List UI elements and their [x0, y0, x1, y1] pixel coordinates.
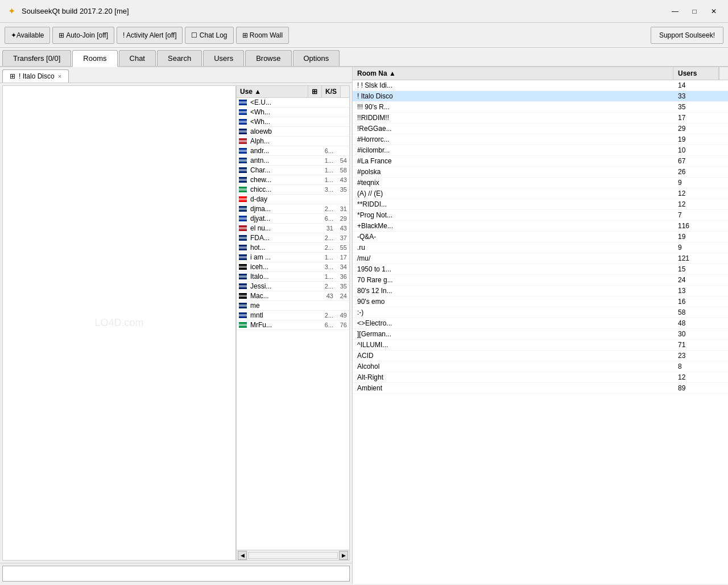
user-row[interactable]: Char...1...58 — [237, 166, 349, 175]
room-row[interactable]: ][German...30 — [353, 329, 728, 340]
room-row[interactable]: /mu/121 — [353, 253, 728, 264]
tab-search[interactable]: Search — [157, 50, 202, 66]
room-row[interactable]: #Horrorc...19 — [353, 134, 728, 145]
chat-input[interactable] — [2, 566, 350, 582]
room-row[interactable]: <>Electro...48 — [353, 318, 728, 329]
user-flag — [239, 138, 248, 145]
user-row[interactable]: i am ...1...17 — [237, 253, 349, 262]
user-row[interactable]: aloewb — [237, 127, 349, 137]
room-row[interactable]: Alcohol8 — [353, 361, 728, 372]
user-row[interactable]: <Wh... — [237, 117, 349, 127]
room-tab-close-button[interactable]: × — [58, 73, 61, 80]
users-col-speed[interactable]: K/S — [322, 86, 340, 97]
minimize-button[interactable]: — — [667, 5, 684, 18]
users-h-scroll-track[interactable] — [248, 552, 338, 559]
rooms-list[interactable]: ! ! Slsk Idi...14! Italo Disco33!!! 90's… — [353, 80, 728, 584]
user-row[interactable]: <Wh... — [237, 108, 349, 117]
room-row[interactable]: #icilombr...10 — [353, 145, 728, 156]
room-row[interactable]: #teqnix9 — [353, 178, 728, 188]
user-row[interactable]: chew...1...43 — [237, 175, 349, 185]
maximize-button[interactable]: □ — [686, 5, 703, 18]
support-button[interactable]: Support Soulseek! — [651, 27, 723, 44]
room-row[interactable]: 90's emo16 — [353, 296, 728, 307]
room-name: /mu/ — [357, 254, 678, 262]
user-name: Mac... — [250, 292, 320, 300]
users-h-scrollbar[interactable]: ◀ ▶ — [237, 550, 349, 560]
room-row[interactable]: -Q&A-19 — [353, 232, 728, 242]
room-wall-button[interactable]: ⊞ Room Wall — [236, 27, 289, 44]
rooms-col-users[interactable]: Users — [673, 67, 719, 80]
user-row[interactable]: antn...1...54 — [237, 156, 349, 166]
room-row[interactable]: .ru9 — [353, 242, 728, 253]
auto-join-button[interactable]: ⊞ Auto-Join [off] — [52, 27, 114, 44]
user-flag — [239, 167, 248, 174]
users-h-scroll-left[interactable]: ◀ — [238, 551, 247, 560]
room-row[interactable]: ACID23 — [353, 351, 728, 361]
room-row[interactable]: Alt-Right12 — [353, 372, 728, 383]
room-row[interactable]: !!RIDDIM!!17 — [353, 113, 728, 123]
room-row[interactable]: +BlackMe...116 — [353, 221, 728, 232]
room-row[interactable]: #La France67 — [353, 156, 728, 167]
tab-browse[interactable]: Browse — [245, 50, 291, 66]
room-row[interactable]: 80's 12 In...13 — [353, 286, 728, 296]
tab-rooms[interactable]: Rooms — [72, 50, 117, 67]
room-users-count: 23 — [678, 352, 723, 360]
users-col-name[interactable]: Use ▲ — [237, 86, 308, 97]
room-row[interactable]: ^ILLUMI...71 — [353, 340, 728, 351]
user-row[interactable]: FDA...2...37 — [237, 233, 349, 243]
user-row[interactable]: Alph... — [237, 137, 349, 146]
user-row[interactable]: Mac...4324 — [237, 291, 349, 301]
chat-users-list[interactable]: <E.U...<Wh...<Wh...aloewbAlph...andr...6… — [237, 98, 349, 550]
user-row[interactable]: d-day — [237, 195, 349, 204]
user-flag — [239, 177, 248, 183]
room-row[interactable]: #polska26 — [353, 167, 728, 178]
rooms-col-name[interactable]: Room Na ▲ — [353, 67, 673, 80]
room-row[interactable]: **RIDDI...12 — [353, 199, 728, 210]
user-row[interactable]: iceh...3...34 — [237, 262, 349, 272]
user-row[interactable]: hot...2...55 — [237, 243, 349, 253]
user-row[interactable]: <E.U... — [237, 98, 349, 108]
room-row[interactable]: Ambient89 — [353, 383, 728, 394]
room-tab-italo-disco[interactable]: ⊞ ! Italo Disco × — [2, 69, 69, 83]
user-row[interactable]: me — [237, 301, 349, 311]
room-row[interactable]: 1950 to 1...15 — [353, 264, 728, 275]
available-button[interactable]: ✦Available — [5, 27, 50, 44]
user-row[interactable]: mntl2...49 — [237, 311, 349, 320]
tab-options[interactable]: Options — [293, 50, 340, 66]
room-row[interactable]: :-)58 — [353, 307, 728, 318]
user-row[interactable]: Jessi...2...35 — [237, 282, 349, 291]
room-row[interactable]: *Prog Not...7 — [353, 210, 728, 221]
user-row[interactable]: Italo...1...36 — [237, 272, 349, 282]
room-row[interactable]: 70 Rare g...24 — [353, 275, 728, 286]
users-col-files[interactable]: ⊞ — [308, 86, 322, 97]
tab-transfers[interactable]: Transfers [0/0] — [2, 50, 71, 66]
room-name: *Prog Not... — [357, 211, 678, 219]
user-files: 1... — [320, 254, 333, 261]
svg-rect-7 — [239, 130, 247, 133]
room-row[interactable]: ! Italo Disco33 — [353, 91, 728, 102]
rooms-panel: Room Na ▲ Users ! ! Slsk Idi...14! Italo… — [353, 67, 728, 584]
tab-chat[interactable]: Chat — [119, 50, 156, 66]
user-flag — [239, 196, 248, 203]
chat-messages[interactable]: LO4D.com — [2, 85, 236, 561]
svg-rect-15 — [239, 169, 247, 171]
user-speed: 24 — [333, 292, 347, 299]
tab-users[interactable]: Users — [203, 50, 244, 66]
room-name: 1950 to 1... — [357, 265, 678, 273]
user-row[interactable]: chicc...3...35 — [237, 185, 349, 195]
users-h-scroll-right[interactable]: ▶ — [339, 551, 348, 560]
room-row[interactable]: ! ! Slsk Idi...14 — [353, 80, 728, 91]
tab-bar: Transfers [0/0] Rooms Chat Search Users … — [0, 48, 728, 67]
user-row[interactable]: el nu...3143 — [237, 224, 349, 233]
chat-log-button[interactable]: ☐ Chat Log — [185, 27, 233, 44]
activity-alert-button[interactable]: ! Activity Alert [off] — [117, 27, 183, 44]
user-row[interactable]: MrFu...6...76 — [237, 320, 349, 330]
room-row[interactable]: !!! 90's R...35 — [353, 102, 728, 113]
user-row[interactable]: djma...2...31 — [237, 204, 349, 214]
user-row[interactable]: andr...6... — [237, 146, 349, 156]
room-row[interactable]: (A) // (E)12 — [353, 188, 728, 199]
user-name: <E.U... — [250, 98, 320, 106]
room-row[interactable]: !ReGGae...29 — [353, 123, 728, 134]
user-row[interactable]: djyat...6...29 — [237, 214, 349, 224]
close-button[interactable]: ✕ — [705, 5, 722, 18]
